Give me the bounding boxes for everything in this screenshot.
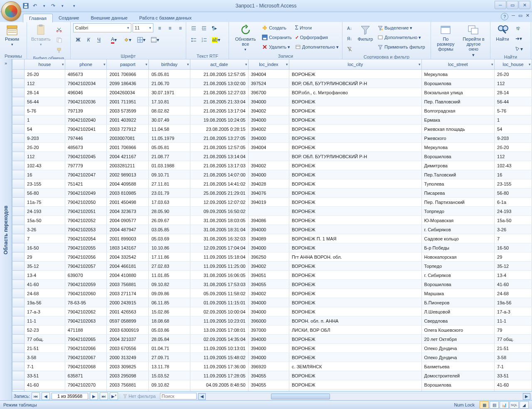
align-center-icon[interactable]: ≡ (165, 23, 175, 33)
cell[interactable]: Ворошилова (421, 380, 494, 389)
cell[interactable]: Б-р Победы (421, 243, 494, 252)
cell[interactable]: 2001 450498 (107, 198, 149, 207)
cell[interactable]: 01.09.2005 11:15:01 (190, 298, 248, 307)
cell[interactable]: ВОРОНЕЖ (289, 353, 421, 362)
cell[interactable]: ВОР.обл., с. Митрофаново (289, 88, 421, 97)
cell[interactable]: Олеко Дундича (421, 344, 494, 353)
cell[interactable]: Домостроителей (421, 371, 494, 380)
cell[interactable]: 31.08.2005 17:53:03 (190, 280, 248, 289)
cell[interactable]: 79042102051 (65, 207, 107, 216)
cell[interactable]: 394089 (248, 234, 289, 243)
filter-button[interactable]: Фильтр (356, 23, 375, 42)
cell[interactable]: ВОРОНЕЖ (289, 106, 421, 115)
more-records-button[interactable]: Дополнительно ▾ (294, 42, 340, 51)
fill-color-icon[interactable]: ▾ (121, 35, 134, 45)
cell[interactable]: 79042102057 (65, 262, 107, 271)
help-icon[interactable]: ? (501, 13, 508, 20)
mdi-minimize-icon[interactable]: ─ (512, 13, 515, 20)
cell[interactable]: 394000 (248, 97, 289, 106)
cell[interactable]: 03.05.85 (149, 225, 190, 234)
cell[interactable]: 33-51 (25, 371, 65, 380)
cell[interactable]: ВОРОНЕЖ (289, 262, 421, 271)
fit-form-button[interactable]: По размеру формы (433, 23, 458, 52)
cell[interactable]: 2002 989013 (107, 170, 149, 179)
cell[interactable]: 33-51 (495, 371, 532, 380)
next-record-button[interactable]: ▶ (90, 392, 98, 400)
advanced-filter-button[interactable]: Дополнительно ▾ (377, 33, 426, 42)
cell[interactable]: 7-1 (495, 362, 532, 371)
cell[interactable]: 24-68 (25, 289, 65, 298)
bold-icon[interactable]: Ж (73, 35, 83, 45)
cell[interactable]: 797779 (65, 161, 107, 170)
cell[interactable]: 2003 573599 (107, 106, 149, 115)
cell[interactable]: Пер. Павловский (421, 97, 494, 106)
column-header-act_date[interactable]: act_date▾ (190, 59, 248, 70)
table-row[interactable]: 7790421020542001 89900305.03.6931.08.200… (12, 234, 532, 243)
table-row[interactable]: 56-44790421020362001 71195117.10.8121.08… (12, 97, 532, 106)
table-row[interactable]: 21-51790421020662003 67055601.04.7111.09… (12, 344, 532, 353)
table-row[interactable]: 2б-204856732001 70696605.05.8121.08.2005… (12, 143, 532, 152)
cell[interactable]: 2099 186436 (107, 79, 149, 88)
cell[interactable]: 5-76 (495, 106, 532, 115)
copy-icon[interactable] (54, 35, 64, 45)
bullets-icon[interactable] (189, 35, 199, 45)
table-row[interactable]: 102-43797779200328121101.03.198821.08.20… (12, 161, 532, 170)
cell[interactable]: 05.03.86 (149, 326, 190, 335)
cell[interactable]: 2001 899003 (107, 234, 149, 243)
table-row[interactable]: 24-193790421020512004 32367328.05.9009.0… (12, 207, 532, 216)
numbering-icon[interactable]: 12 (199, 35, 209, 45)
clear-sort-icon[interactable] (345, 44, 354, 54)
font-size-combo[interactable]: 11▾ (133, 23, 153, 32)
minimize-button[interactable]: ─ (495, 1, 506, 9)
pivottable-view-icon[interactable]: ▤ (490, 401, 499, 409)
cell[interactable]: 394000 (248, 335, 289, 344)
cell[interactable]: 485673 (65, 143, 107, 152)
cell[interactable]: 79042102034 (65, 79, 107, 88)
cell[interactable]: 1803 143167 (107, 243, 149, 252)
cell[interactable]: 3-26 (495, 225, 532, 234)
cell[interactable]: ВОРОНЕЖ (289, 179, 421, 189)
cell[interactable]: 2001 706966 (107, 70, 149, 79)
table-row[interactable]: 2б-204856732001 70696605.05.8121.08.2005… (12, 70, 532, 79)
cell[interactable]: 41-60 (495, 280, 532, 289)
cell[interactable]: ВОРОНЕЖ (289, 189, 421, 198)
cell[interactable]: 102-43 (495, 161, 532, 170)
cell[interactable]: 394000 (248, 353, 289, 362)
cell[interactable]: 21.08.2005 13:02:00 (190, 79, 248, 88)
increase-indent-icon[interactable] (199, 23, 209, 33)
record-position-input[interactable] (52, 393, 88, 399)
cell[interactable]: 77 общ. (25, 335, 65, 344)
cell[interactable]: 24-193 (495, 207, 532, 216)
cell[interactable]: 79042102056 (65, 252, 107, 262)
save-icon[interactable] (22, 2, 29, 9)
cell[interactable]: 3-26 (25, 225, 65, 234)
cell[interactable]: 2б-20 (25, 143, 65, 152)
cell[interactable]: ВОРОНЕЖ (289, 225, 421, 234)
cell[interactable]: Б.Пионеров (421, 298, 494, 307)
table-row[interactable]: 56-80790421020492003 81098523.01.7925.08… (12, 189, 532, 198)
table-row[interactable]: 23-1557514212004 40958827.11.8121.08.200… (12, 179, 532, 189)
cell[interactable]: ВОРОН. обл. п. АННА (289, 316, 421, 326)
cell[interactable]: Вокзальная улица (421, 88, 494, 97)
table-row[interactable]: 11а-75790421020502001 45049817.03.6312.0… (12, 198, 532, 207)
cell[interactable]: 31.08.2005 16:32:03 (190, 234, 248, 243)
cell[interactable]: 25.08.2005 21:29:01 (190, 189, 248, 198)
first-record-button[interactable]: ⏮ (32, 392, 40, 400)
cell[interactable]: 2б-20 (495, 143, 532, 152)
cell[interactable]: 56-80 (25, 189, 65, 198)
scroll-thumb[interactable] (271, 394, 330, 399)
cell[interactable]: ВОРОНЕЖ П. 1 МАЯ (289, 234, 421, 243)
cell[interactable]: 112 (495, 152, 532, 161)
cell[interactable]: ВОРОНЕЖ (289, 243, 421, 252)
cell[interactable]: 394051 (248, 271, 289, 280)
cell[interactable]: 79042102055 (65, 243, 107, 252)
cell[interactable]: 2003 295098 (107, 371, 149, 380)
mdi-close-icon[interactable]: ✕ (526, 13, 530, 20)
cell[interactable]: 2003 670556 (107, 344, 149, 353)
table-row[interactable]: 41-60790421020702003 75688109.10.8204.09… (12, 380, 532, 389)
cut-icon[interactable] (54, 24, 64, 34)
cell[interactable]: 79042102041 (65, 125, 107, 134)
select-icon[interactable]: ▾ (514, 44, 524, 54)
cell[interactable]: 41-60 (495, 380, 532, 389)
cell[interactable]: ВОРОНЕЖ (289, 298, 421, 307)
